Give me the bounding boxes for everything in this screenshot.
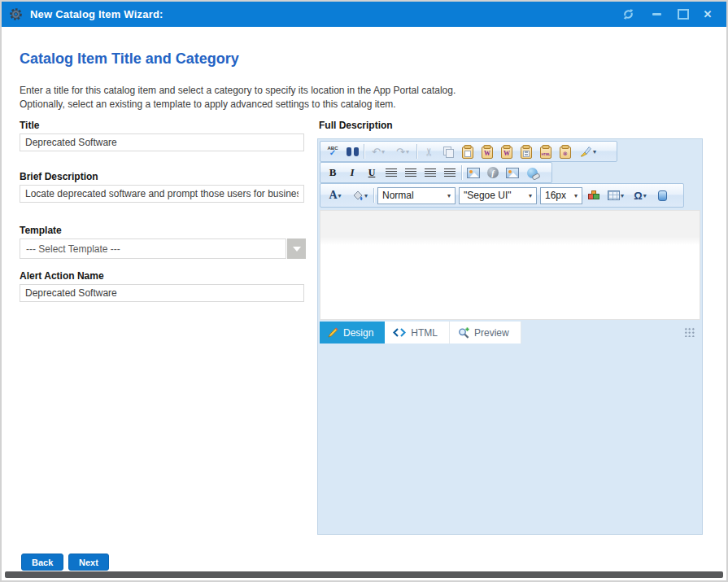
tab-design[interactable]: Design bbox=[320, 322, 385, 344]
align-right-icon bbox=[444, 168, 456, 177]
insert-link-button[interactable] bbox=[522, 164, 542, 182]
align-right-button[interactable] bbox=[440, 164, 460, 182]
bold-button[interactable]: B bbox=[323, 164, 342, 182]
close-icon: ✕ bbox=[704, 9, 713, 20]
redo-icon: ↷ bbox=[396, 147, 405, 157]
cut-icon: ✂ bbox=[423, 147, 435, 156]
align-left-button[interactable] bbox=[421, 164, 440, 182]
insert-flash-icon: f bbox=[487, 167, 499, 178]
undo-dropdown-arrow: ▾ bbox=[381, 148, 385, 155]
tab-preview-label: Preview bbox=[474, 327, 509, 339]
insert-table-button[interactable]: ▾ bbox=[604, 186, 628, 204]
insert-table-dropdown-arrow: ▾ bbox=[621, 192, 624, 199]
gear-icon bbox=[9, 7, 23, 21]
paste-special-icon: ⊗ bbox=[560, 147, 571, 159]
align-center-button[interactable] bbox=[381, 164, 401, 182]
paste-icon bbox=[462, 147, 473, 159]
apply-css-class-button[interactable] bbox=[584, 186, 604, 204]
insert-image-icon bbox=[467, 168, 480, 178]
insert-symbol-icon: Ω bbox=[634, 190, 642, 201]
font-size-value: 16px bbox=[545, 190, 566, 201]
editor-resize-grip[interactable] bbox=[684, 327, 695, 337]
tab-design-label: Design bbox=[343, 327, 373, 339]
preview-magnifier-icon bbox=[458, 327, 469, 339]
chevron-down-icon bbox=[293, 247, 301, 252]
toolbar-separator bbox=[416, 144, 417, 159]
spellcheck-icon: ABC ✓ bbox=[328, 146, 338, 157]
insert-snippet-button[interactable] bbox=[652, 186, 672, 204]
editor-toolbar-row-3: A ▾ ▾ Normal ▾ "Segoe UI" ▾ 16px bbox=[320, 183, 684, 208]
template-dropdown-button[interactable] bbox=[287, 238, 306, 259]
copy-button[interactable] bbox=[438, 142, 458, 160]
tab-html-label: HTML bbox=[411, 327, 438, 339]
font-size-dropdown[interactable]: 16px ▾ bbox=[540, 187, 582, 204]
close-button[interactable]: ✕ bbox=[698, 2, 717, 27]
cut-button[interactable]: ✂ bbox=[419, 142, 438, 160]
template-select[interactable]: --- Select Template --- bbox=[20, 238, 306, 259]
window-bottom-bar bbox=[5, 571, 723, 578]
insert-flash-button[interactable]: f bbox=[483, 164, 503, 182]
maximize-icon bbox=[678, 9, 689, 20]
image-map-button[interactable] bbox=[503, 164, 522, 182]
bold-icon: B bbox=[329, 166, 337, 179]
tab-html[interactable]: HTML bbox=[385, 322, 450, 344]
justify-button[interactable] bbox=[401, 164, 421, 182]
refresh-button[interactable] bbox=[618, 2, 638, 27]
foreground-color-button[interactable]: A ▾ bbox=[323, 186, 347, 204]
alert-action-name-input[interactable] bbox=[20, 284, 304, 302]
underline-icon: U bbox=[368, 167, 376, 179]
format-stripper-dropdown-arrow: ▾ bbox=[593, 148, 596, 155]
intro-line-2: Optionally, select an existing a templat… bbox=[20, 98, 456, 112]
justify-icon bbox=[405, 168, 416, 177]
redo-button[interactable]: ↷ ▾ bbox=[390, 142, 415, 160]
maximize-button[interactable] bbox=[674, 2, 693, 27]
paragraph-style-value: Normal bbox=[382, 190, 414, 201]
find-icon bbox=[347, 147, 359, 156]
spellcheck-button[interactable]: ABC ✓ bbox=[323, 142, 342, 160]
code-icon bbox=[393, 328, 406, 337]
insert-table-icon bbox=[608, 190, 620, 200]
paste-from-word-strip-font-button[interactable]: W bbox=[497, 142, 517, 160]
background-color-dropdown-arrow: ▾ bbox=[364, 192, 368, 199]
brief-description-input[interactable] bbox=[20, 185, 304, 203]
paste-from-word-button[interactable]: W bbox=[477, 142, 497, 160]
refresh-icon bbox=[622, 8, 634, 20]
background-color-button[interactable]: ▾ bbox=[347, 186, 372, 204]
undo-button[interactable]: ↶ ▾ bbox=[366, 142, 390, 160]
paste-button[interactable] bbox=[458, 142, 477, 160]
underline-button[interactable]: U bbox=[362, 164, 381, 182]
wizard-window: New Catalog Item Wizard: ✕ Catalog Item … bbox=[0, 0, 728, 582]
back-button[interactable]: Back bbox=[21, 554, 63, 571]
toolbar-separator bbox=[373, 188, 374, 203]
find-button[interactable] bbox=[342, 142, 362, 160]
italic-icon: I bbox=[350, 166, 354, 179]
template-selected-value: --- Select Template --- bbox=[20, 238, 286, 259]
insert-symbol-button[interactable]: Ω ▾ bbox=[628, 186, 652, 204]
page-title: Catalog Item Title and Category bbox=[20, 50, 239, 68]
paste-as-html-button[interactable]: HTML bbox=[536, 142, 556, 160]
title-input[interactable] bbox=[20, 133, 304, 151]
paste-plain-text-button[interactable] bbox=[517, 142, 536, 160]
paragraph-style-dropdown[interactable]: Normal ▾ bbox=[377, 187, 456, 204]
font-name-value: "Segoe UI" bbox=[464, 190, 512, 201]
paste-plain-text-icon bbox=[521, 147, 532, 159]
font-name-dropdown[interactable]: "Segoe UI" ▾ bbox=[459, 187, 537, 204]
italic-button[interactable]: I bbox=[342, 164, 362, 182]
template-label: Template bbox=[20, 225, 62, 236]
align-left-icon bbox=[425, 168, 436, 177]
minimize-icon bbox=[652, 13, 661, 15]
image-map-icon bbox=[506, 168, 519, 178]
paste-special-button[interactable]: ⊗ bbox=[556, 142, 575, 160]
foreground-color-dropdown-arrow: ▾ bbox=[338, 192, 342, 199]
minimize-button[interactable] bbox=[647, 2, 666, 27]
insert-image-button[interactable] bbox=[464, 164, 483, 182]
format-stripper-button[interactable]: ▾ bbox=[575, 142, 601, 160]
background-color-icon bbox=[351, 190, 364, 201]
alert-action-name-label: Alert Action Name bbox=[20, 270, 104, 282]
title-label: Title bbox=[20, 120, 39, 131]
insert-link-icon bbox=[527, 168, 538, 178]
editor-content-area[interactable] bbox=[320, 210, 700, 320]
next-button[interactable]: Next bbox=[68, 554, 109, 571]
paste-from-word-strip-font-icon: W bbox=[501, 147, 512, 159]
tab-preview[interactable]: Preview bbox=[450, 322, 521, 344]
